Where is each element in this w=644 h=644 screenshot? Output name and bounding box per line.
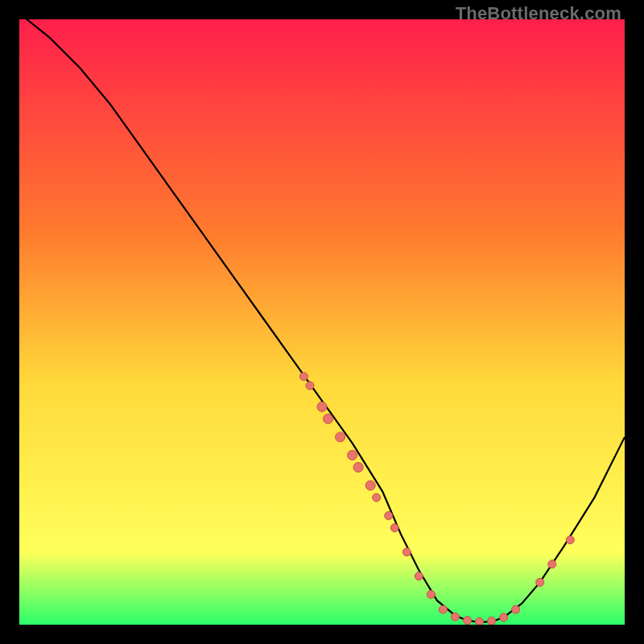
data-marker <box>390 524 398 532</box>
data-marker <box>402 548 411 556</box>
data-marker <box>476 617 484 625</box>
data-marker <box>415 572 423 580</box>
gradient-background <box>19 19 625 625</box>
bottleneck-chart <box>19 19 625 625</box>
data-marker <box>488 617 496 625</box>
data-marker <box>324 414 333 423</box>
data-marker <box>385 512 393 520</box>
data-marker <box>464 617 472 625</box>
data-marker <box>348 450 357 460</box>
data-marker <box>439 605 447 613</box>
data-marker <box>451 613 459 621</box>
data-marker <box>536 578 544 586</box>
data-marker <box>336 432 345 442</box>
data-marker <box>500 613 508 621</box>
data-marker <box>566 536 574 544</box>
chart-frame <box>19 19 625 625</box>
data-marker <box>299 373 308 381</box>
data-marker <box>317 402 327 411</box>
data-marker <box>512 605 520 613</box>
data-marker <box>548 560 556 568</box>
data-marker <box>365 481 375 490</box>
data-marker <box>427 590 435 598</box>
data-marker <box>353 463 363 473</box>
data-marker <box>306 382 314 390</box>
data-marker <box>373 493 381 502</box>
